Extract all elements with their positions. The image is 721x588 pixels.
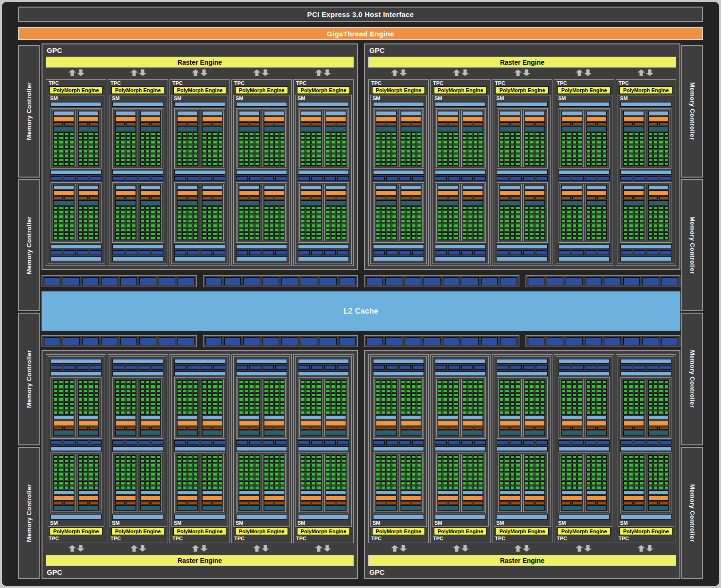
cuda-core — [659, 380, 663, 383]
cuda-core — [264, 464, 268, 467]
cuda-core — [69, 136, 74, 140]
cuda-core — [306, 473, 310, 476]
cuda-core — [639, 136, 644, 140]
cuda-core — [623, 162, 628, 166]
cuda-core — [182, 460, 187, 463]
cuda-core — [244, 468, 248, 471]
cuda-core — [250, 393, 254, 397]
dispatch-units-row — [115, 196, 136, 199]
cuda-core — [417, 228, 421, 231]
tpc-label: TPC — [369, 535, 428, 543]
cuda-core — [561, 384, 566, 388]
cuda-core — [89, 141, 93, 144]
cuda-core — [392, 393, 396, 397]
cuda-core — [634, 384, 638, 388]
cuda-core — [592, 455, 596, 459]
cuda-core — [473, 384, 477, 388]
cuda-core — [500, 407, 504, 410]
cuda-core — [500, 468, 504, 471]
up-down-arrows-icon — [636, 69, 655, 78]
cuda-core — [312, 486, 316, 489]
cuda-core — [541, 477, 545, 480]
cuda-core — [244, 215, 248, 218]
cuda-core — [326, 468, 330, 471]
cuda-core — [664, 460, 669, 463]
cuda-core — [479, 481, 483, 485]
cuda-core — [177, 389, 181, 392]
sm-sub-column — [523, 454, 547, 512]
dispatch-unit-bar — [463, 196, 472, 199]
cuda-core — [516, 473, 520, 476]
texture-unit — [620, 365, 632, 370]
warp-scheduler-bar — [115, 490, 136, 494]
texture-unit — [497, 440, 509, 445]
register-file-bar — [561, 126, 582, 131]
dispatch-unit-bar — [376, 427, 385, 430]
cuda-core — [597, 455, 601, 459]
cuda-core — [634, 211, 638, 214]
cuda-core — [454, 407, 458, 410]
texture-unit — [585, 250, 597, 255]
cuda-core — [463, 219, 467, 222]
cuda-core-grid — [561, 132, 582, 166]
tpc-box: TPCPolyMorph EngineSM — [231, 79, 292, 266]
cuda-core — [89, 206, 93, 210]
sm-sub-column — [399, 379, 423, 437]
cuda-core — [417, 460, 421, 463]
register-file-bar — [623, 505, 644, 511]
crossbar-segment — [642, 337, 659, 345]
cuda-core — [244, 411, 248, 414]
cuda-core — [280, 224, 284, 227]
cuda-core — [454, 206, 458, 210]
cuda-core — [115, 411, 119, 414]
cuda-core — [59, 136, 63, 140]
cuda-core — [202, 224, 206, 227]
cuda-core — [376, 481, 380, 485]
texture-unit — [324, 250, 336, 255]
cuda-core — [473, 460, 477, 463]
dispatch-unit-bar — [634, 427, 644, 430]
cuda-core — [516, 237, 520, 240]
cuda-core — [126, 460, 130, 463]
cuda-core — [69, 224, 74, 227]
cuda-core — [392, 389, 396, 392]
cuda-core — [597, 232, 601, 236]
gpc-box: GPCRaster EngineTPCPolyMorph EngineSMTPC… — [364, 43, 680, 270]
cuda-core — [69, 154, 74, 157]
cuda-core — [567, 384, 571, 388]
crossbar-segment — [281, 277, 298, 285]
cuda-core — [69, 150, 74, 153]
cuda-core — [64, 460, 68, 463]
texture-unit — [448, 176, 460, 181]
texture-unit — [572, 176, 584, 181]
texture-units-row — [435, 440, 486, 445]
cuda-core — [500, 150, 504, 153]
cuda-core — [177, 407, 181, 410]
cuda-core — [326, 132, 330, 136]
tpc-box: TPCPolyMorph EngineSM — [46, 79, 106, 266]
crossbar-segment — [243, 277, 260, 285]
memory-controller-label: Memory Controller — [25, 216, 33, 274]
cuda-core — [411, 150, 416, 153]
dispatch-unit-bar — [623, 122, 633, 125]
cuda-core — [392, 219, 396, 222]
cuda-core — [212, 384, 217, 388]
cuda-core — [468, 237, 472, 240]
cuda-core — [244, 402, 248, 406]
cuda-core — [151, 206, 155, 210]
cuda-core — [140, 215, 144, 218]
cuda-core — [156, 141, 161, 144]
cuda-core — [586, 411, 591, 414]
sm-processing-block — [435, 108, 486, 169]
cuda-core-grid — [264, 132, 285, 166]
cuda-core — [664, 473, 669, 476]
cuda-core — [145, 211, 150, 214]
cuda-core — [572, 228, 577, 231]
cuda-core-grid — [438, 206, 458, 240]
cuda-core — [479, 402, 483, 406]
cuda-core — [250, 150, 254, 153]
cuda-core — [177, 464, 181, 467]
cuda-core — [473, 145, 477, 148]
cuda-core-grid — [140, 380, 161, 415]
cuda-core — [479, 455, 483, 459]
